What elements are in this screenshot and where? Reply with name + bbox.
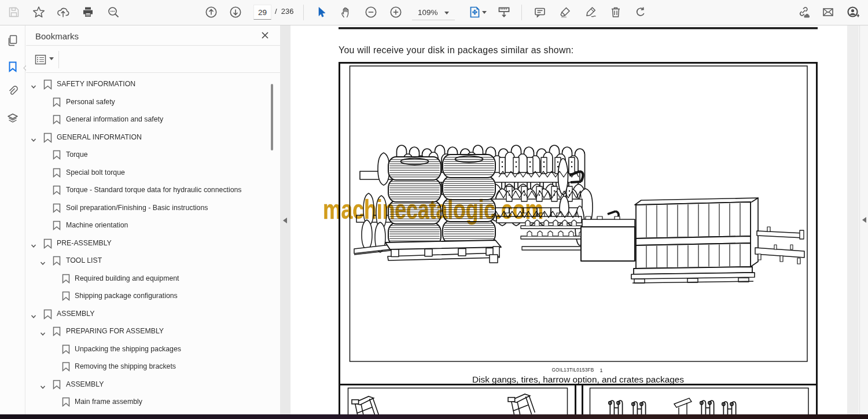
svg-text:GOIL13TIL0153FB: GOIL13TIL0153FB xyxy=(551,367,594,373)
svg-text:Disk gangs, tires, harrow opti: Disk gangs, tires, harrow option, and cr… xyxy=(472,374,684,384)
svg-text:1: 1 xyxy=(599,367,602,373)
svg-text:machinecatalogic.com: machinecatalogic.com xyxy=(323,194,543,225)
svg-text:You will receive your disk in: You will receive your disk in packages s… xyxy=(339,45,573,55)
